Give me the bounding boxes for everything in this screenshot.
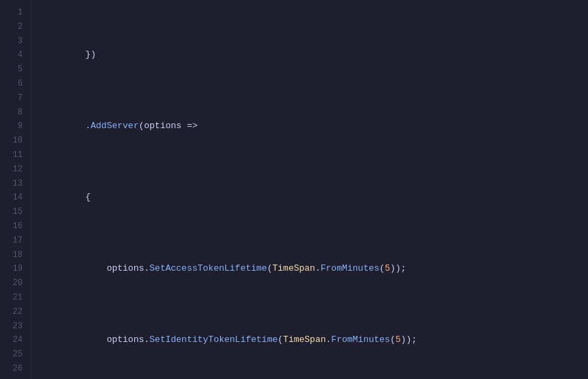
line-num-13: 13 [0,177,23,191]
line-num-2: 2 [0,20,23,34]
line-num-19: 19 [0,262,23,276]
line-num-4: 4 [0,48,23,62]
line-numbers: 1 2 3 4 5 6 7 8 9 10 11 12 13 14 15 16 1… [0,0,32,379]
code-line-2: .AddServer(options => [42,119,588,134]
line-num-23: 23 [0,319,23,334]
line-num-1: 1 [0,5,23,20]
line-num-7: 7 [0,91,23,106]
line-num-5: 5 [0,62,23,77]
line-num-20: 20 [0,276,23,291]
code-line-4: options.SetAccessTokenLifetime(TimeSpan.… [42,262,588,276]
line-num-26: 26 [0,362,23,376]
line-num-8: 8 [0,106,23,120]
line-num-25: 25 [0,347,23,362]
line-num-21: 21 [0,291,23,305]
line-num-22: 22 [0,305,23,319]
line-num-10: 10 [0,134,23,148]
line-num-14: 14 [0,191,23,205]
code-editor: 1 2 3 4 5 6 7 8 9 10 11 12 13 14 15 16 1… [0,0,588,379]
line-num-18: 18 [0,248,23,262]
line-num-15: 15 [0,205,23,219]
line-num-11: 11 [0,148,23,162]
line-num-3: 3 [0,34,23,49]
line-num-9: 9 [0,119,23,134]
line-num-24: 24 [0,333,23,347]
code-line-1: }) [42,48,588,62]
line-num-27: 27 [0,376,23,379]
code-line-5: options.SetIdentityTokenLifetime(TimeSpa… [42,333,588,347]
code-line-3: { [42,191,588,205]
line-num-12: 12 [0,162,23,177]
code-content[interactable]: }) .AddServer(options => { options.SetAc… [32,0,588,379]
line-num-16: 16 [0,219,23,234]
line-num-6: 6 [0,77,23,91]
line-num-17: 17 [0,234,23,248]
